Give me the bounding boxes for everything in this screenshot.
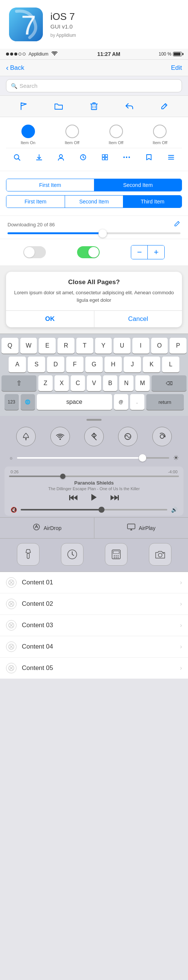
toolbar-compose-icon[interactable]: [157, 99, 171, 113]
airplane-mode-button[interactable]: [16, 427, 36, 446]
dot2: [10, 52, 13, 56]
key-i[interactable]: I: [132, 338, 149, 353]
space-key[interactable]: space: [37, 394, 112, 410]
brightness-track[interactable]: [17, 457, 169, 459]
airplay-button[interactable]: AirPlay: [94, 518, 188, 538]
wifi-button[interactable]: [50, 427, 70, 446]
list-toolbar-icon[interactable]: [165, 151, 177, 163]
key-w[interactable]: W: [20, 338, 37, 353]
key-j[interactable]: J: [124, 356, 141, 372]
key-m[interactable]: M: [135, 375, 149, 391]
key-r[interactable]: R: [58, 338, 74, 353]
seg-btn-2-third[interactable]: Third Item: [123, 196, 182, 208]
key-h[interactable]: H: [104, 356, 122, 372]
music-progress-thumb[interactable]: [60, 474, 66, 479]
key-n[interactable]: N: [119, 375, 133, 391]
calculator-app-icon[interactable]: [105, 543, 127, 566]
do-not-disturb-button[interactable]: [118, 427, 138, 446]
airplay-label: AirPlay: [139, 525, 155, 531]
brightness-slider-row: ☼ ☀: [0, 451, 188, 465]
bookmark-toolbar-icon[interactable]: [143, 151, 155, 163]
key-k[interactable]: K: [143, 356, 160, 372]
radio-item-off2[interactable]: Item Off: [109, 125, 123, 145]
grid-toolbar-icon[interactable]: [99, 151, 111, 163]
volume-thumb[interactable]: [98, 507, 104, 513]
toggle-off[interactable]: [23, 246, 46, 258]
key-c[interactable]: C: [71, 375, 85, 391]
key-z[interactable]: Z: [39, 375, 53, 391]
seg-btn-2-second[interactable]: Second Item: [65, 196, 124, 208]
key-b[interactable]: B: [103, 375, 117, 391]
flashlight-app-icon[interactable]: [17, 543, 40, 566]
brightness-thumb[interactable]: [139, 454, 146, 462]
download-toolbar-icon[interactable]: [33, 151, 45, 163]
radio-item-off3[interactable]: Item Off: [153, 125, 167, 145]
search-toolbar-icon[interactable]: [11, 151, 23, 163]
key-s[interactable]: S: [28, 356, 45, 372]
music-progress-track[interactable]: [9, 476, 179, 477]
back-button[interactable]: ‹ Back: [6, 64, 24, 72]
globe-key[interactable]: 🌐: [21, 394, 35, 410]
clock-app-icon[interactable]: [61, 543, 84, 566]
key-p[interactable]: P: [170, 338, 186, 353]
airdrop-button[interactable]: AirDrop: [0, 518, 94, 538]
key-a[interactable]: A: [9, 356, 26, 372]
rotation-lock-button[interactable]: [152, 427, 172, 446]
next-track-button[interactable]: [110, 494, 119, 503]
alert-ok-button[interactable]: OK: [6, 311, 94, 327]
delete-key[interactable]: ⌫: [151, 375, 186, 391]
list-item[interactable]: Content 01 ›: [0, 572, 188, 593]
key-t[interactable]: T: [76, 338, 93, 353]
key-d[interactable]: D: [47, 356, 64, 372]
svg-point-32: [116, 557, 117, 558]
progress-edit-icon[interactable]: [174, 220, 180, 229]
key-v[interactable]: V: [87, 375, 101, 391]
volume-track[interactable]: [21, 509, 167, 511]
list-item[interactable]: Content 04 ›: [0, 636, 188, 658]
key-u[interactable]: U: [114, 338, 130, 353]
numbers-key[interactable]: 123: [5, 394, 19, 410]
edit-button[interactable]: Edit: [171, 64, 182, 72]
toggle-on[interactable]: [77, 246, 100, 258]
bluetooth-button[interactable]: [84, 427, 104, 446]
toolbar-trash-icon[interactable]: [87, 99, 101, 113]
radio-item-on[interactable]: Item On: [21, 125, 35, 145]
logo-text-block: iOS 7 GUI v1.0 by Applidium: [50, 11, 179, 38]
radio-item-off1[interactable]: Item Off: [65, 125, 79, 145]
return-key[interactable]: return: [146, 394, 184, 410]
key-l[interactable]: L: [162, 356, 179, 372]
play-button[interactable]: [90, 493, 98, 504]
key-o[interactable]: O: [151, 338, 168, 353]
progress-thumb[interactable]: [98, 229, 107, 238]
dot-key[interactable]: .: [130, 394, 145, 410]
list-item[interactable]: Content 05 ›: [0, 658, 188, 679]
seg-btn-second[interactable]: Second Item: [94, 179, 182, 191]
seg-btn-2-first[interactable]: First Item: [6, 196, 65, 208]
seg-control-1: First Item Second Item: [6, 179, 182, 191]
key-e[interactable]: E: [39, 338, 56, 353]
prev-track-button[interactable]: [69, 494, 78, 503]
camera-app-icon[interactable]: [149, 543, 172, 566]
key-x[interactable]: X: [55, 375, 69, 391]
key-g[interactable]: G: [85, 356, 103, 372]
search-field[interactable]: 🔍 Search: [6, 79, 182, 92]
seg-btn-first[interactable]: First Item: [6, 179, 94, 191]
person-toolbar-icon[interactable]: [55, 151, 67, 163]
keyboard-row-3: ⇧ ZXCVBNM ⌫: [2, 375, 186, 391]
at-key[interactable]: @: [114, 394, 128, 410]
stepper-minus-button[interactable]: −: [131, 245, 148, 259]
more-toolbar-icon[interactable]: •••: [121, 151, 133, 163]
list-chevron-4: ›: [180, 643, 182, 650]
toolbar-flag-icon[interactable]: [17, 99, 31, 113]
clock-toolbar-icon[interactable]: [77, 151, 89, 163]
key-f[interactable]: F: [66, 356, 84, 372]
alert-cancel-button[interactable]: Cancel: [94, 311, 182, 327]
toolbar-reply-icon[interactable]: [122, 99, 136, 113]
stepper-plus-button[interactable]: +: [148, 245, 164, 259]
list-item[interactable]: Content 02 ›: [0, 593, 188, 615]
key-q[interactable]: Q: [2, 338, 18, 353]
toolbar-folder-icon[interactable]: [52, 99, 66, 113]
shift-key[interactable]: ⇧: [2, 375, 37, 391]
list-item[interactable]: Content 03 ›: [0, 615, 188, 636]
key-y[interactable]: Y: [95, 338, 112, 353]
